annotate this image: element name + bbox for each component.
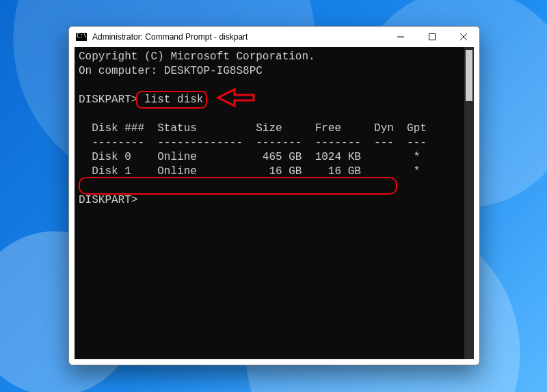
terminal-output: Copyright (C) Microsoft Corporation. On … <box>75 47 474 359</box>
svg-rect-1 <box>429 34 436 40</box>
out-row-disk0: Disk 0 Online 465 GB 1024 KB * <box>79 151 420 163</box>
desktop-background: Administrator: Command Prompt - diskpart… <box>0 0 547 392</box>
out-computer: On computer: DESKTOP-IG8S8PC <box>79 65 263 77</box>
close-button[interactable] <box>448 27 479 47</box>
window-title: Administrator: Command Prompt - diskpart <box>92 32 248 42</box>
out-row-disk1: Disk 1 Online 16 GB 16 GB * <box>79 165 420 178</box>
maximize-button[interactable] <box>416 27 448 47</box>
out-copyright: Copyright (C) Microsoft Corporation. <box>79 51 315 63</box>
titlebar[interactable]: Administrator: Command Prompt - diskpart <box>69 27 479 47</box>
cmd-icon <box>76 33 87 41</box>
vertical-scrollbar[interactable] <box>464 47 474 359</box>
terminal-area[interactable]: Copyright (C) Microsoft Corporation. On … <box>75 47 474 359</box>
out-prompt2: DISKPART> <box>79 194 137 206</box>
out-prompt1-cmd: list disk <box>144 94 203 106</box>
out-table-divider: -------- ------------- ------- ------- -… <box>79 137 427 149</box>
minimize-button[interactable] <box>385 27 416 47</box>
out-prompt1-prefix: DISKPART> <box>79 94 144 106</box>
command-prompt-window: Administrator: Command Prompt - diskpart… <box>68 26 480 365</box>
scrollbar-thumb[interactable] <box>466 50 472 101</box>
out-table-header: Disk ### Status Size Free Dyn Gpt <box>79 122 427 135</box>
